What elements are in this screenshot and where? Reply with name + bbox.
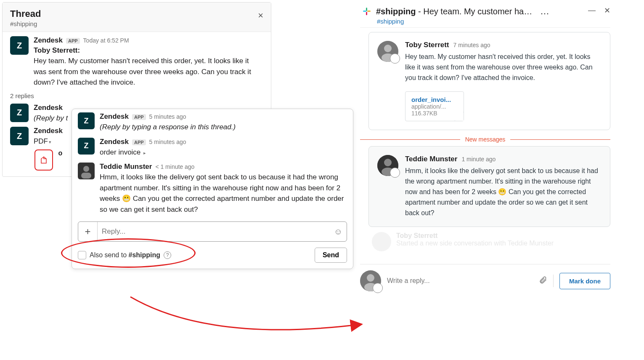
- reply-input[interactable]: [98, 227, 330, 236]
- svg-point-15: [364, 283, 377, 291]
- app-badge: APP: [66, 38, 80, 44]
- new-messages-divider: New messages: [360, 136, 610, 143]
- minimize-icon[interactable]: —: [588, 6, 596, 15]
- reply-input-box: + ☺: [78, 221, 347, 242]
- thread-overlay: Z Zendesk APP 5 minutes ago (Reply by ty…: [72, 109, 353, 269]
- panel-title: #shipping - Hey team. My customer hasn't: [376, 7, 536, 16]
- svg-rect-4: [367, 11, 371, 12]
- author-name: Toby Sterrett: [405, 41, 449, 49]
- channel-link[interactable]: #shipping: [360, 18, 610, 25]
- zendesk-avatar: Z: [10, 104, 29, 122]
- svg-rect-2: [81, 173, 91, 179]
- attachment-name: order_invoi...: [411, 96, 458, 103]
- message-text: Hey team. My customer hasn't received th…: [405, 52, 602, 83]
- timestamp: 5 minutes ago: [149, 139, 186, 145]
- zendesk-body: Toby Sterrett 7 minutes ago Hey team. My…: [360, 27, 610, 291]
- paperclip-icon[interactable]: [539, 275, 547, 287]
- annotation-arrow: [126, 293, 379, 343]
- zendesk-avatar: Z: [10, 36, 29, 55]
- svg-rect-5: [366, 8, 367, 11]
- attachment-card[interactable]: order_invoi... application/... 116.37KB: [405, 91, 464, 121]
- user-avatar: [78, 163, 95, 179]
- emoji-icon[interactable]: ☺: [330, 227, 347, 237]
- message-text: Hmm, it looks like the delivery got sent…: [100, 172, 347, 215]
- author-name: Zendesk: [100, 112, 129, 121]
- overlay-msg-2: Z Zendesk APP 5 minutes ago order invoic…: [72, 134, 353, 160]
- svg-rect-3: [363, 11, 366, 12]
- zendesk-avatar: Z: [78, 138, 95, 155]
- also-send-checkbox[interactable]: [78, 251, 86, 259]
- divider: [553, 275, 554, 287]
- message-text: Hey team. My customer hasn't received th…: [34, 56, 263, 88]
- svg-rect-6: [366, 12, 367, 15]
- chevron-down-icon[interactable]: ▾: [49, 139, 51, 144]
- replies-count: 2 replies: [3, 91, 271, 103]
- timestamp: Today at 6:52 PM: [83, 37, 129, 44]
- app-badge: APP: [132, 139, 146, 145]
- mark-done-button[interactable]: Mark done: [559, 273, 610, 289]
- user-avatar: [377, 155, 398, 176]
- also-send-option: Also send to #shipping ?: [78, 251, 171, 259]
- zendesk-avatar: Z: [78, 112, 95, 129]
- timestamp: 5 minutes ago: [149, 113, 186, 120]
- send-row: Also send to #shipping ? Send: [78, 248, 347, 263]
- current-user-avatar: [360, 270, 381, 291]
- user-avatar: [377, 41, 398, 62]
- thread-channel[interactable]: #shipping: [10, 20, 263, 27]
- send-button[interactable]: Send: [315, 248, 347, 263]
- timestamp: 1 minute ago: [461, 156, 496, 163]
- thread-message-main: Z Zendesk APP Today at 6:52 PM Toby Ster…: [3, 32, 271, 91]
- svg-point-12: [382, 168, 394, 176]
- also-send-label: Also send to #shipping: [90, 251, 160, 259]
- timestamp: 7 minutes ago: [453, 42, 490, 48]
- author-name: Teddie Munster: [405, 155, 457, 163]
- write-reply-input[interactable]: [387, 277, 533, 285]
- author-name: Zendesk: [34, 104, 63, 112]
- message-text: (Reply by typing a response in this thre…: [100, 122, 347, 133]
- zendesk-sidebar-panel: #shipping - Hey team. My customer hasn't…: [360, 4, 610, 291]
- author-name: Zendesk: [100, 138, 129, 146]
- chevron-right-icon: ▸: [143, 150, 146, 155]
- help-icon[interactable]: ?: [164, 251, 171, 259]
- author-name: Zendesk: [34, 36, 63, 45]
- attachment-name-peek: o: [58, 149, 62, 157]
- slack-icon: [362, 6, 372, 16]
- app-badge: APP: [132, 114, 146, 120]
- overlay-msg-1: Z Zendesk APP 5 minutes ago (Reply by ty…: [72, 109, 353, 134]
- quoted-author: Toby Sterrett:: [34, 46, 263, 55]
- thread-header: Thread #shipping ×: [3, 3, 271, 32]
- timestamp: < 1 minute ago: [155, 163, 194, 170]
- pdf-icon[interactable]: [34, 149, 53, 171]
- plus-icon[interactable]: +: [78, 222, 98, 241]
- conversation-card-2: Teddie Munster 1 minute ago Hmm, it look…: [368, 146, 610, 227]
- thread-title: Thread: [10, 8, 263, 19]
- zendesk-footer: Mark done: [360, 264, 610, 291]
- window-controls: — ✕: [588, 6, 610, 15]
- svg-point-8: [384, 45, 392, 52]
- ellipsis-icon[interactable]: …: [540, 6, 549, 17]
- close-icon[interactable]: ×: [258, 10, 263, 21]
- svg-point-1: [83, 166, 89, 172]
- ghost-activity: Toby Sterrett Started a new side convers…: [372, 232, 610, 247]
- author-name: Zendesk: [34, 127, 63, 135]
- svg-point-11: [384, 159, 392, 166]
- author-name: Teddie Munster: [100, 163, 152, 171]
- zendesk-header: #shipping - Hey team. My customer hasn't…: [360, 4, 610, 18]
- message-text[interactable]: order invoice ▸: [100, 147, 347, 158]
- attachment-type: application/...: [411, 103, 458, 110]
- conversation-card-1: Toby Sterrett 7 minutes ago Hey team. My…: [368, 32, 610, 130]
- svg-point-9: [382, 53, 394, 62]
- attachment-size: 116.37KB: [411, 110, 458, 117]
- close-icon[interactable]: ✕: [604, 6, 610, 15]
- zendesk-avatar: Z: [10, 127, 29, 145]
- message-text: Hmm, it looks like the delivery got sent…: [405, 166, 602, 218]
- svg-point-14: [367, 274, 374, 282]
- overlay-msg-3: Teddie Munster < 1 minute ago Hmm, it lo…: [72, 159, 353, 216]
